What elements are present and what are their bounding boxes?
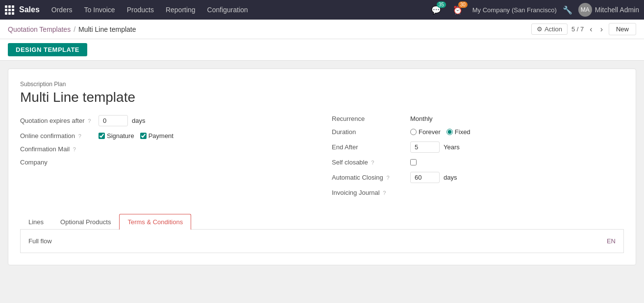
invoicing-journal-row: Invoicing Journal ? bbox=[332, 189, 624, 196]
end-after-input[interactable] bbox=[410, 141, 440, 153]
tabs-row: Lines Optional Products Terms & Conditio… bbox=[20, 214, 624, 230]
automatic-closing-value: days bbox=[410, 172, 457, 183]
recurrence-text: Monthly bbox=[410, 115, 433, 122]
online-confirmation-label: Online confirmation ? bbox=[20, 132, 99, 140]
quotation-expires-row: Quotation expires after ? days bbox=[20, 115, 312, 126]
end-after-value: Years bbox=[410, 141, 460, 153]
nav-item-orders[interactable]: Orders bbox=[47, 0, 77, 20]
recurrence-label: Recurrence bbox=[332, 115, 410, 122]
quotation-expires-value: days bbox=[99, 115, 145, 126]
next-button[interactable]: › bbox=[598, 24, 605, 35]
automatic-closing-help[interactable]: ? bbox=[386, 175, 389, 181]
tab-content-text: Full flow bbox=[28, 237, 52, 245]
nav-brand[interactable]: Sales bbox=[19, 5, 40, 14]
end-after-unit: Years bbox=[444, 143, 460, 151]
online-confirmation-row: Online confirmation ? Signature Payment bbox=[20, 132, 312, 140]
clock-icon[interactable]: ⏰30 bbox=[451, 3, 465, 17]
duration-row: Duration Forever Fixed bbox=[332, 128, 624, 136]
form-title[interactable]: Multi Line template bbox=[20, 90, 624, 105]
self-closable-checkbox[interactable] bbox=[410, 159, 417, 165]
self-closable-row: Self closable ? bbox=[332, 159, 624, 166]
automatic-closing-unit: days bbox=[444, 174, 457, 181]
company-row: Company bbox=[20, 159, 312, 166]
nav-item-configuration[interactable]: Configuration bbox=[202, 0, 253, 20]
confirmation-mail-label: Confirmation Mail ? bbox=[20, 145, 99, 153]
pagination-info: 5 / 7 bbox=[571, 25, 584, 33]
duration-label: Duration bbox=[332, 128, 410, 136]
new-button[interactable]: New bbox=[609, 23, 636, 35]
fixed-radio-label[interactable]: Fixed bbox=[446, 128, 471, 136]
recurrence-value: Monthly bbox=[410, 115, 433, 122]
quotation-expires-label: Quotation expires after ? bbox=[20, 117, 99, 124]
self-closable-value bbox=[410, 159, 417, 165]
end-after-label: End After bbox=[332, 143, 410, 151]
nav-right: 💬35 ⏰30 My Company (San Francisco) 🔧 MA … bbox=[429, 3, 639, 17]
payment-checkbox-label[interactable]: Payment bbox=[140, 132, 173, 140]
quotation-expires-unit: days bbox=[132, 117, 145, 124]
subscription-label: Subscription Plan bbox=[20, 81, 624, 88]
breadcrumb-actions: ⚙ Action 5 / 7 ‹ › New bbox=[531, 23, 636, 35]
navbar: Sales Orders To Invoice Products Reporti… bbox=[0, 0, 644, 20]
fixed-label: Fixed bbox=[455, 128, 471, 136]
recurrence-row: Recurrence Monthly bbox=[332, 115, 624, 122]
tab-lines[interactable]: Lines bbox=[20, 214, 52, 230]
forever-radio-label[interactable]: Forever bbox=[410, 128, 441, 136]
online-confirmation-value: Signature Payment bbox=[99, 132, 173, 140]
form-col-right: Recurrence Monthly Duration Forever bbox=[332, 115, 624, 202]
duration-value: Forever Fixed bbox=[410, 128, 471, 136]
signature-label: Signature bbox=[107, 132, 134, 140]
main-content: Subscription Plan Multi Line template Qu… bbox=[0, 61, 644, 273]
form-card: Subscription Plan Multi Line template Qu… bbox=[8, 69, 636, 265]
quotation-expires-input[interactable] bbox=[99, 115, 128, 126]
form-col-left: Quotation expires after ? days Online co… bbox=[20, 115, 312, 202]
signature-checkbox[interactable] bbox=[99, 133, 105, 139]
automatic-closing-row: Automatic Closing ? days bbox=[332, 172, 624, 183]
signature-checkbox-label[interactable]: Signature bbox=[99, 132, 134, 140]
tab-terms-conditions[interactable]: Terms & Conditions bbox=[119, 214, 191, 230]
confirmation-mail-row: Confirmation Mail ? bbox=[20, 145, 312, 153]
breadcrumb-parent[interactable]: Quotation Templates bbox=[8, 25, 71, 33]
nav-item-reporting[interactable]: Reporting bbox=[161, 0, 200, 20]
chat-icon[interactable]: 💬35 bbox=[429, 3, 443, 17]
design-template-button[interactable]: DESIGN TEMPLATE bbox=[8, 43, 87, 56]
nav-item-to-invoice[interactable]: To Invoice bbox=[79, 0, 120, 20]
breadcrumb-bar: Quotation Templates / Multi Line templat… bbox=[0, 20, 644, 39]
user-menu[interactable]: MA Mitchell Admin bbox=[578, 3, 639, 17]
tab-content-row: Full flow EN bbox=[28, 237, 616, 245]
tools-icon[interactable]: 🔧 bbox=[561, 3, 574, 17]
prev-button[interactable]: ‹ bbox=[588, 24, 594, 35]
company-name[interactable]: My Company (San Francisco) bbox=[472, 6, 557, 14]
confirmation-mail-help[interactable]: ? bbox=[73, 146, 76, 152]
self-closable-label: Self closable ? bbox=[332, 159, 410, 166]
fixed-radio[interactable] bbox=[446, 129, 453, 135]
form-columns: Quotation expires after ? days Online co… bbox=[20, 115, 624, 202]
breadcrumb-separator: / bbox=[74, 25, 75, 33]
quotation-expires-help[interactable]: ? bbox=[88, 118, 91, 124]
company-label: Company bbox=[20, 159, 99, 166]
payment-label: Payment bbox=[149, 132, 173, 140]
user-name: Mitchell Admin bbox=[595, 6, 639, 14]
breadcrumb-current: Multi Line template bbox=[78, 25, 136, 33]
tab-optional-products[interactable]: Optional Products bbox=[52, 214, 119, 230]
invoicing-journal-help[interactable]: ? bbox=[383, 190, 386, 196]
breadcrumb: Quotation Templates / Multi Line templat… bbox=[8, 25, 531, 33]
user-avatar: MA bbox=[578, 3, 592, 17]
tab-content: Full flow EN bbox=[20, 230, 624, 253]
end-after-row: End After Years bbox=[332, 141, 624, 153]
automatic-closing-input[interactable] bbox=[410, 172, 440, 183]
invoicing-journal-label: Invoicing Journal ? bbox=[332, 189, 410, 196]
forever-radio[interactable] bbox=[410, 129, 417, 135]
forever-label: Forever bbox=[419, 128, 441, 136]
action-button[interactable]: ⚙ Action bbox=[531, 23, 568, 35]
online-confirmation-help[interactable]: ? bbox=[78, 133, 81, 139]
payment-checkbox[interactable] bbox=[140, 133, 147, 139]
nav-item-products[interactable]: Products bbox=[122, 0, 159, 20]
automatic-closing-label: Automatic Closing ? bbox=[332, 174, 410, 181]
gear-icon: ⚙ bbox=[537, 25, 543, 33]
tab-content-lang[interactable]: EN bbox=[607, 237, 616, 245]
template-bar: DESIGN TEMPLATE bbox=[0, 39, 644, 61]
self-closable-help[interactable]: ? bbox=[371, 160, 374, 165]
apps-grid-icon[interactable] bbox=[5, 5, 14, 15]
